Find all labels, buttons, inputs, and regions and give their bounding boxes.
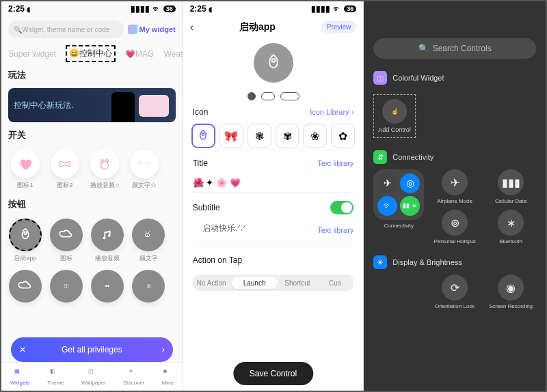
connectivity-panel[interactable]: ✈ ◎ ᯤ ▮▮ ∗ — [373, 169, 424, 220]
button-item-audio[interactable] — [91, 219, 124, 251]
row-title-label: Title — [193, 158, 208, 168]
banner-phone-icon — [111, 92, 135, 122]
section-display: Display & Brightness — [392, 258, 462, 266]
display-section-icon: ☀ — [373, 255, 387, 269]
airdrop-icon[interactable]: ◎ — [400, 173, 420, 193]
promo-banner[interactable]: 控制中心新玩法. — [8, 88, 176, 122]
icon-option-bow4[interactable]: ❀ — [303, 124, 327, 148]
svg-point-5 — [202, 133, 204, 135]
personal-hotspot-tile[interactable]: ⊚ — [442, 210, 468, 236]
tabbar-wallpaper[interactable]: ◰Wallpaper — [81, 368, 106, 386]
wifi-icon[interactable]: ᯤ — [377, 196, 397, 216]
back-button[interactable]: ‹ — [190, 21, 194, 33]
button-row2-a[interactable] — [9, 270, 42, 303]
connectivity-section-icon: ⇵ — [373, 150, 387, 164]
button-label: 启动app — [14, 254, 36, 263]
control-preview-icon — [254, 43, 293, 83]
moon-icon: ◖ — [27, 5, 30, 13]
icon-option-bow3[interactable]: ✾ — [276, 124, 299, 148]
icon-option-bow2[interactable]: ❃ — [248, 124, 271, 148]
svg-point-2 — [101, 161, 109, 169]
seg-launch[interactable]: Launch — [232, 277, 278, 289]
tabbar-mine[interactable]: ☻Mine — [162, 368, 174, 386]
wifi-icon: ᯤ — [152, 4, 161, 14]
category-tabs: Super widget 😄控制中心 💗MAG Weat — [1, 42, 183, 65]
title-value[interactable]: 🌺 ✦ 🌸 💗 — [183, 175, 364, 191]
button-item-text[interactable]: ఠ — [132, 219, 165, 251]
preview-button[interactable]: Preview — [321, 20, 357, 33]
svg-point-4 — [271, 59, 275, 62]
search-icon: 🔍 — [418, 44, 429, 53]
action-segment[interactable]: No Action Launch Shortcut Cus — [193, 275, 354, 291]
subtitle-text-library-link[interactable]: Text library — [317, 226, 353, 234]
icon-option-rocket[interactable] — [191, 124, 215, 148]
switch-label: 图标2 — [57, 181, 72, 190]
pager-size-small[interactable] — [248, 92, 256, 100]
controls-search[interactable]: 🔍Search Controls — [373, 38, 536, 59]
button-row2-b[interactable]: ◌⃝ — [50, 270, 83, 303]
icon-options: 🎀 ❃ ✾ ❀ ✿ — [183, 124, 364, 148]
row-action-label: Action on Tap — [193, 255, 243, 265]
controls-gallery-pane: 🔍Search Controls ◫Colorful Widget ☝ Add … — [364, 1, 546, 391]
tab-super-widget[interactable]: Super widget — [8, 49, 56, 59]
cellular-icon[interactable]: ▮▮ ∗ — [400, 196, 420, 216]
tabbar-discover[interactable]: ✦Discover — [123, 368, 144, 386]
section-button-header: 按钮 — [1, 194, 183, 214]
seg-no-action[interactable]: No Action — [193, 279, 230, 287]
seg-custom[interactable]: Cus — [316, 279, 353, 287]
button-label: 颜文字 — [139, 254, 158, 263]
hand-tap-icon: ☝ — [382, 99, 407, 124]
switch-item-audio[interactable] — [90, 150, 119, 178]
airplane-mode-tile[interactable]: ✈ — [442, 169, 468, 195]
size-pager[interactable] — [183, 92, 364, 100]
save-control-button[interactable]: Save Control — [233, 362, 313, 385]
section-switch-header: 开关 — [1, 125, 183, 145]
switch-item-icon1[interactable] — [11, 150, 40, 178]
get-privileges-button[interactable]: ✕ Get all privileges › — [11, 337, 173, 362]
orientation-lock-tile[interactable]: ⟳ — [442, 275, 468, 300]
cellular-data-tile[interactable]: ▮▮▮ — [498, 169, 524, 195]
privileges-label: Get all privileges — [62, 345, 122, 354]
icon-library-link[interactable]: Icon Library › — [310, 108, 353, 116]
screen-recording-tile[interactable]: ◉ — [498, 275, 524, 300]
icon-option-bow5[interactable]: ✿ — [331, 124, 355, 148]
switch-label: 图标1 — [17, 181, 33, 190]
button-item-launch-app[interactable] — [9, 219, 42, 251]
switch-item-icon2[interactable] — [51, 150, 79, 178]
tab-mag[interactable]: 💗MAG — [125, 49, 154, 59]
status-bar: 2:25 ◖ ▮▮▮▮ᯤ36 — [1, 1, 183, 16]
tab-weather[interactable]: Weat — [163, 49, 182, 59]
chevron-right-icon: › — [162, 345, 165, 354]
seg-shortcut[interactable]: Shortcut — [279, 279, 317, 287]
subtitle-value[interactable]: 启动快乐.ᐟ.ᐟ — [202, 223, 247, 234]
colorful-widget-icon: ◫ — [373, 71, 387, 85]
search-input[interactable]: 🔍 Widget, theme name or code — [8, 20, 124, 38]
tabbar-theme[interactable]: ◧Theme — [47, 368, 64, 386]
tab-control-center[interactable]: 😄控制中心 — [66, 45, 116, 62]
button-row2-c[interactable]: •• — [91, 270, 124, 303]
pager-size-medium[interactable] — [261, 92, 275, 100]
battery-badge: 36 — [163, 5, 176, 12]
icon-option-bow1[interactable]: 🎀 — [219, 124, 243, 148]
section-play-header: 玩法 — [1, 65, 183, 85]
switch-item-text[interactable]: ᴰ♡ᴰ — [130, 150, 159, 178]
button-row2-d[interactable]: ⎚ — [132, 270, 165, 303]
my-widget-button[interactable]: My widget — [128, 25, 176, 34]
subtitle-toggle[interactable] — [330, 201, 353, 214]
title-text-library-link[interactable]: Text library — [317, 159, 353, 167]
tabbar-widgets[interactable]: ▦Widgets — [10, 368, 30, 386]
airplane-mode-icon[interactable]: ✈ — [377, 173, 397, 193]
mywidget-icon — [128, 25, 137, 34]
button-label: 播放音频 — [95, 254, 120, 263]
row-icon-label: Icon — [193, 107, 209, 117]
tile-label: Connectivity — [384, 223, 414, 229]
bluetooth-tile[interactable]: ∗ — [498, 210, 524, 236]
button-item-icon[interactable] — [50, 219, 83, 251]
close-icon[interactable]: ✕ — [19, 345, 26, 354]
status-bar: 2:25 ◖ ▮▮▮▮ᯤ36 — [183, 1, 364, 16]
add-control-label: Add Control — [378, 126, 411, 133]
app-home-pane: 2:25 ◖ ▮▮▮▮ᯤ36 🔍 Widget, theme name or c… — [1, 1, 183, 391]
add-control-button[interactable]: ☝ Add Control — [373, 94, 416, 138]
mywidget-label: My widget — [139, 25, 176, 33]
pager-size-large[interactable] — [280, 92, 299, 100]
